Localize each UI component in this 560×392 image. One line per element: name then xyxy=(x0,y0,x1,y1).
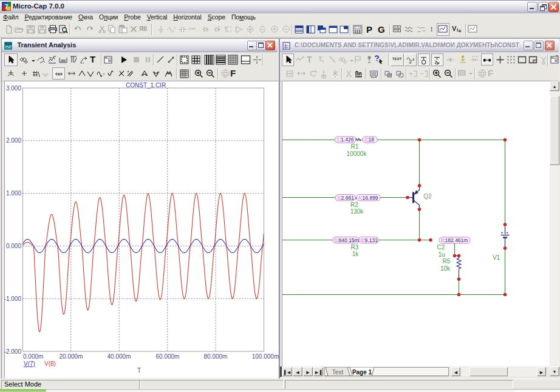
svg-text:3:2.661: 3:2.661 xyxy=(337,195,355,201)
svg-text:1:1.426: 1:1.426 xyxy=(336,137,354,143)
svg-text:1k: 1k xyxy=(352,251,360,257)
svg-text:1u: 1u xyxy=(438,251,445,258)
svg-text:8:182.461m: 8:182.461m xyxy=(441,237,468,243)
svg-text:Text: Text xyxy=(332,369,344,376)
svg-text:10k: 10k xyxy=(440,265,451,272)
svg-text:Page 1: Page 1 xyxy=(352,369,372,376)
svg-text:R5: R5 xyxy=(443,258,451,265)
svg-text:10000k: 10000k xyxy=(347,150,367,157)
svg-text:4:16.899: 4:16.899 xyxy=(358,195,378,201)
svg-text:6:9.131: 6:9.131 xyxy=(361,237,378,243)
svg-text:C2: C2 xyxy=(437,244,445,251)
svg-text:V1: V1 xyxy=(493,254,500,261)
svg-text:5:840.15m: 5:840.15m xyxy=(335,237,359,243)
svg-text:R2: R2 xyxy=(350,201,358,208)
svg-text:Q2: Q2 xyxy=(423,193,432,200)
svg-text:130k: 130k xyxy=(350,208,364,215)
svg-text:R3: R3 xyxy=(351,244,359,251)
svg-text:2:18: 2:18 xyxy=(364,137,375,143)
svg-text:R1: R1 xyxy=(351,143,359,150)
svg-text:7: 7 xyxy=(5,4,9,10)
